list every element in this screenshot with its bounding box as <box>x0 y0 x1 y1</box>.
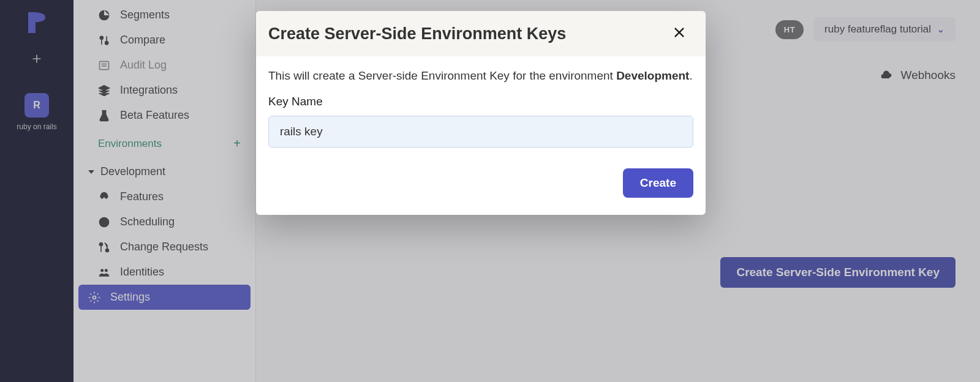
create-button[interactable]: Create <box>623 168 693 198</box>
modal-footer: Create <box>256 162 706 215</box>
close-icon <box>673 26 686 39</box>
key-name-input[interactable] <box>268 116 693 148</box>
create-key-modal: Create Server-Side Environment Keys This… <box>256 11 706 215</box>
modal-close-button[interactable] <box>670 23 688 44</box>
key-name-label: Key Name <box>268 95 693 108</box>
modal-intro: This will create a Server-side Environme… <box>268 67 693 85</box>
modal-title: Create Server-Side Environment Keys <box>268 24 566 43</box>
modal-header: Create Server-Side Environment Keys <box>256 11 706 56</box>
modal-body: This will create a Server-side Environme… <box>256 56 706 162</box>
